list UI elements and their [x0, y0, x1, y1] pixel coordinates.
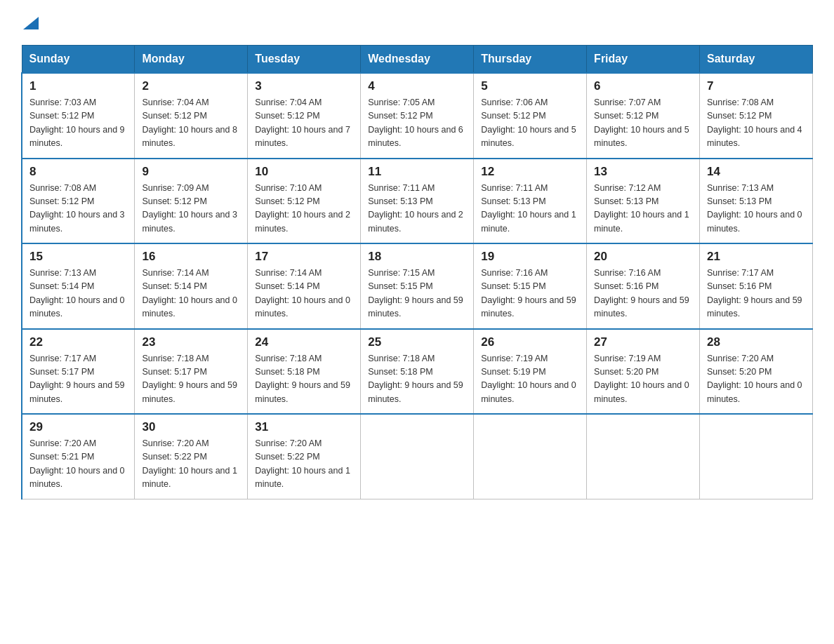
calendar-day-cell: 3 Sunrise: 7:04 AMSunset: 5:12 PMDayligh…: [248, 73, 361, 159]
day-number: 26: [481, 335, 579, 349]
calendar-day-cell: [587, 414, 700, 499]
day-number: 23: [142, 335, 240, 349]
day-number: 1: [29, 79, 127, 93]
day-info: Sunrise: 7:16 AMSunset: 5:15 PMDaylight:…: [481, 267, 579, 321]
day-number: 9: [142, 165, 240, 179]
day-number: 19: [481, 250, 579, 264]
calendar-day-cell: 23 Sunrise: 7:18 AMSunset: 5:17 PMDaylig…: [135, 329, 248, 415]
calendar-week-row: 22 Sunrise: 7:17 AMSunset: 5:17 PMDaylig…: [22, 329, 813, 415]
calendar-week-row: 15 Sunrise: 7:13 AMSunset: 5:14 PMDaylig…: [22, 243, 813, 329]
day-info: Sunrise: 7:08 AMSunset: 5:12 PMDaylight:…: [29, 182, 127, 236]
day-info: Sunrise: 7:05 AMSunset: 5:12 PMDaylight:…: [368, 96, 466, 151]
day-info: Sunrise: 7:12 AMSunset: 5:13 PMDaylight:…: [594, 182, 692, 236]
day-info: Sunrise: 7:06 AMSunset: 5:12 PMDaylight:…: [481, 96, 579, 151]
calendar-day-cell: 9 Sunrise: 7:09 AMSunset: 5:12 PMDayligh…: [135, 159, 248, 244]
day-number: 11: [368, 165, 466, 179]
day-number: 28: [707, 335, 805, 349]
calendar-day-cell: 18 Sunrise: 7:15 AMSunset: 5:15 PMDaylig…: [361, 243, 474, 329]
calendar-day-cell: 19 Sunrise: 7:16 AMSunset: 5:15 PMDaylig…: [474, 243, 587, 329]
day-of-week-header: Tuesday: [248, 46, 361, 74]
day-number: 3: [255, 79, 353, 93]
calendar-day-cell: 5 Sunrise: 7:06 AMSunset: 5:12 PMDayligh…: [474, 73, 587, 159]
day-info: Sunrise: 7:18 AMSunset: 5:18 PMDaylight:…: [368, 352, 466, 407]
calendar-day-cell: 10 Sunrise: 7:10 AMSunset: 5:12 PMDaylig…: [248, 159, 361, 244]
calendar-day-cell: 12 Sunrise: 7:11 AMSunset: 5:13 PMDaylig…: [474, 159, 587, 244]
day-of-week-header: Saturday: [700, 46, 813, 74]
day-info: Sunrise: 7:18 AMSunset: 5:17 PMDaylight:…: [142, 352, 240, 407]
calendar-day-cell: 1 Sunrise: 7:03 AMSunset: 5:12 PMDayligh…: [22, 73, 135, 159]
days-of-week-row: SundayMondayTuesdayWednesdayThursdayFrid…: [22, 46, 813, 74]
day-info: Sunrise: 7:19 AMSunset: 5:20 PMDaylight:…: [594, 352, 692, 407]
calendar-body: 1 Sunrise: 7:03 AMSunset: 5:12 PMDayligh…: [22, 73, 813, 499]
day-number: 13: [594, 165, 692, 179]
day-info: Sunrise: 7:08 AMSunset: 5:12 PMDaylight:…: [707, 96, 805, 151]
calendar-day-cell: 30 Sunrise: 7:20 AMSunset: 5:22 PMDaylig…: [135, 414, 248, 499]
day-info: Sunrise: 7:20 AMSunset: 5:20 PMDaylight:…: [707, 352, 805, 407]
day-info: Sunrise: 7:09 AMSunset: 5:12 PMDaylight:…: [142, 182, 240, 236]
day-info: Sunrise: 7:17 AMSunset: 5:16 PMDaylight:…: [707, 267, 805, 321]
day-number: 4: [368, 79, 466, 93]
svg-marker-0: [23, 17, 39, 29]
day-number: 20: [594, 250, 692, 264]
day-of-week-header: Wednesday: [361, 46, 474, 74]
day-info: Sunrise: 7:18 AMSunset: 5:18 PMDaylight:…: [255, 352, 353, 407]
calendar-header: SundayMondayTuesdayWednesdayThursdayFrid…: [22, 46, 813, 74]
calendar-day-cell: [474, 414, 587, 499]
day-number: 15: [29, 250, 127, 264]
calendar-day-cell: 26 Sunrise: 7:19 AMSunset: 5:19 PMDaylig…: [474, 329, 587, 415]
calendar-week-row: 1 Sunrise: 7:03 AMSunset: 5:12 PMDayligh…: [22, 73, 813, 159]
logo-triangle-icon: [23, 17, 39, 29]
calendar-day-cell: 6 Sunrise: 7:07 AMSunset: 5:12 PMDayligh…: [587, 73, 700, 159]
day-number: 21: [707, 250, 805, 264]
day-info: Sunrise: 7:04 AMSunset: 5:12 PMDaylight:…: [142, 96, 240, 151]
calendar-day-cell: 4 Sunrise: 7:05 AMSunset: 5:12 PMDayligh…: [361, 73, 474, 159]
day-number: 17: [255, 250, 353, 264]
day-info: Sunrise: 7:17 AMSunset: 5:17 PMDaylight:…: [29, 352, 127, 407]
calendar-day-cell: 27 Sunrise: 7:19 AMSunset: 5:20 PMDaylig…: [587, 329, 700, 415]
logo: [21, 17, 39, 32]
calendar-day-cell: 31 Sunrise: 7:20 AMSunset: 5:22 PMDaylig…: [248, 414, 361, 499]
calendar-week-row: 29 Sunrise: 7:20 AMSunset: 5:21 PMDaylig…: [22, 414, 813, 499]
calendar-day-cell: 7 Sunrise: 7:08 AMSunset: 5:12 PMDayligh…: [700, 73, 813, 159]
calendar-day-cell: 15 Sunrise: 7:13 AMSunset: 5:14 PMDaylig…: [22, 243, 135, 329]
day-number: 29: [29, 420, 127, 434]
day-of-week-header: Sunday: [22, 46, 135, 74]
day-number: 14: [707, 165, 805, 179]
calendar-day-cell: 17 Sunrise: 7:14 AMSunset: 5:14 PMDaylig…: [248, 243, 361, 329]
day-info: Sunrise: 7:04 AMSunset: 5:12 PMDaylight:…: [255, 96, 353, 151]
day-info: Sunrise: 7:07 AMSunset: 5:12 PMDaylight:…: [594, 96, 692, 151]
day-info: Sunrise: 7:10 AMSunset: 5:12 PMDaylight:…: [255, 182, 353, 236]
day-number: 22: [29, 335, 127, 349]
day-number: 24: [255, 335, 353, 349]
day-info: Sunrise: 7:15 AMSunset: 5:15 PMDaylight:…: [368, 267, 466, 321]
day-info: Sunrise: 7:20 AMSunset: 5:22 PMDaylight:…: [142, 437, 240, 492]
calendar-day-cell: 29 Sunrise: 7:20 AMSunset: 5:21 PMDaylig…: [22, 414, 135, 499]
day-of-week-header: Monday: [135, 46, 248, 74]
calendar-week-row: 8 Sunrise: 7:08 AMSunset: 5:12 PMDayligh…: [22, 159, 813, 244]
day-number: 27: [594, 335, 692, 349]
day-info: Sunrise: 7:03 AMSunset: 5:12 PMDaylight:…: [29, 96, 127, 151]
day-info: Sunrise: 7:14 AMSunset: 5:14 PMDaylight:…: [255, 267, 353, 321]
day-number: 30: [142, 420, 240, 434]
day-info: Sunrise: 7:11 AMSunset: 5:13 PMDaylight:…: [368, 182, 466, 236]
day-info: Sunrise: 7:19 AMSunset: 5:19 PMDaylight:…: [481, 352, 579, 407]
calendar-day-cell: [361, 414, 474, 499]
day-number: 2: [142, 79, 240, 93]
day-number: 10: [255, 165, 353, 179]
day-info: Sunrise: 7:13 AMSunset: 5:13 PMDaylight:…: [707, 182, 805, 236]
day-number: 8: [29, 165, 127, 179]
day-number: 18: [368, 250, 466, 264]
day-number: 16: [142, 250, 240, 264]
day-number: 6: [594, 79, 692, 93]
calendar-day-cell: 16 Sunrise: 7:14 AMSunset: 5:14 PMDaylig…: [135, 243, 248, 329]
calendar-day-cell: 2 Sunrise: 7:04 AMSunset: 5:12 PMDayligh…: [135, 73, 248, 159]
calendar-day-cell: 21 Sunrise: 7:17 AMSunset: 5:16 PMDaylig…: [700, 243, 813, 329]
calendar-day-cell: 22 Sunrise: 7:17 AMSunset: 5:17 PMDaylig…: [22, 329, 135, 415]
day-info: Sunrise: 7:20 AMSunset: 5:21 PMDaylight:…: [29, 437, 127, 492]
day-info: Sunrise: 7:14 AMSunset: 5:14 PMDaylight:…: [142, 267, 240, 321]
day-of-week-header: Friday: [587, 46, 700, 74]
calendar-day-cell: [700, 414, 813, 499]
day-info: Sunrise: 7:13 AMSunset: 5:14 PMDaylight:…: [29, 267, 127, 321]
calendar-day-cell: 25 Sunrise: 7:18 AMSunset: 5:18 PMDaylig…: [361, 329, 474, 415]
day-number: 7: [707, 79, 805, 93]
